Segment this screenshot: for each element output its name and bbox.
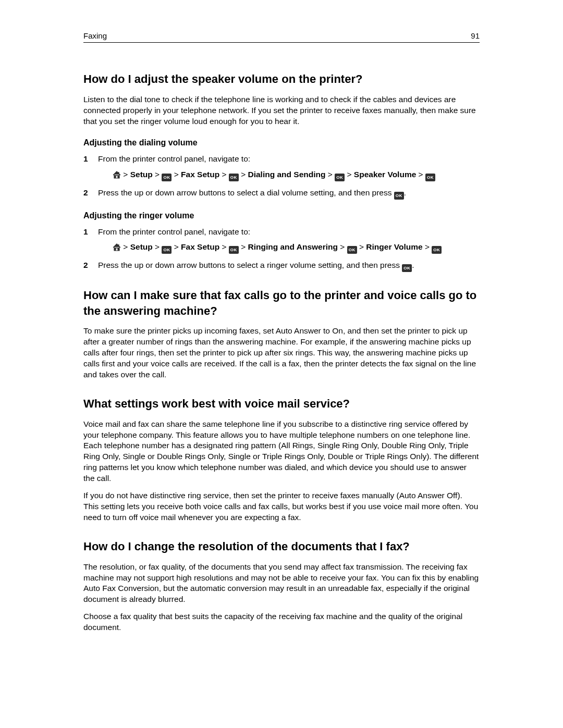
ok-button-icon: OK [162,246,172,254]
paragraph: Voice mail and fax can share the same te… [83,419,480,485]
ok-button-icon: OK [425,174,435,181]
page-header: Faxing 91 [83,31,480,43]
ok-button-icon: OK [229,246,239,254]
page-content: Faxing 91 How do I adjust the speaker vo… [42,0,521,681]
step-number: 2 [83,187,88,199]
nav-fax-setup: Fax Setup [181,242,219,251]
step-number: 2 [83,259,88,271]
heading-resolution: How do I change the resolution of the do… [83,539,480,554]
paragraph: Choose a fax quality that best suits the… [83,611,480,633]
nav-setup: Setup [130,170,153,179]
nav-ringing-answering: Ringing and Answering [248,242,338,251]
step-item: 2 Press the up or down arrow buttons to … [83,187,480,200]
paragraph: Listen to the dial tone to check if the … [83,94,480,127]
header-section-name: Faxing [83,31,107,40]
home-icon [113,171,121,179]
ok-button-icon: OK [347,246,357,254]
navigation-path: > Setup > OK > Fax Setup > OK > Ringing … [113,241,480,254]
step-text: From the printer control panel, navigate… [98,227,250,236]
nav-fax-setup: Fax Setup [181,170,219,179]
header-page-number: 91 [471,31,480,40]
nav-speaker-volume: Speaker Volume [354,170,416,179]
navigation-path: > Setup > OK > Fax Setup > OK > Dialing … [113,168,480,181]
step-item: 1 From the printer control panel, naviga… [83,153,480,181]
step-number: 1 [83,153,88,165]
nav-dialing-sending: Dialing and Sending [248,170,326,179]
subheading-ringer-volume: Adjusting the ringer volume [83,211,480,220]
ok-button-icon: OK [402,264,412,272]
step-text: . [404,188,406,197]
step-list: 1 From the printer control panel, naviga… [83,226,480,272]
nav-ringer-volume: Ringer Volume [366,242,422,251]
ok-button-icon: OK [229,174,239,181]
step-text: . [412,261,414,269]
ok-button-icon: OK [432,246,442,254]
step-item: 1 From the printer control panel, naviga… [83,226,480,254]
nav-setup: Setup [130,242,153,251]
heading-speaker-volume: How do I adjust the speaker volume on th… [83,71,480,87]
step-number: 1 [83,226,88,238]
step-text: Press the up or down arrow buttons to se… [98,188,394,197]
ok-button-icon: OK [394,192,404,200]
paragraph: The resolution, or fax quality, of the d… [83,562,480,606]
step-list: 1 From the printer control panel, naviga… [83,153,480,199]
step-item: 2 Press the up or down arrow buttons to … [83,259,480,272]
paragraph: To make sure the printer picks up incomi… [83,326,480,380]
step-text: From the printer control panel, navigate… [98,154,250,163]
home-icon [113,243,121,251]
heading-fax-vs-voice: How can I make sure that fax calls go to… [83,288,480,318]
step-text: Press the up or down arrow buttons to se… [98,261,402,269]
subheading-dialing-volume: Adjusting the dialing volume [83,138,480,147]
paragraph: If you do not have distinctive ring serv… [83,490,480,523]
heading-voice-mail: What settings work best with voice mail … [83,396,480,412]
ok-button-icon: OK [335,174,345,181]
ok-button-icon: OK [162,174,172,181]
